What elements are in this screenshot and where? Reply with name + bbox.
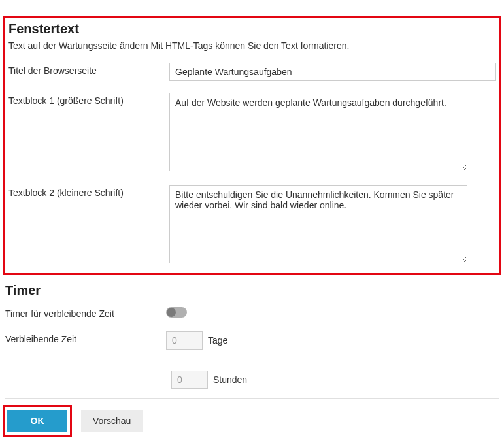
textblock2-textarea[interactable] [169,185,467,263]
timer-toggle-row: Timer für verbleibende Zeit [5,306,499,320]
textblock1-textarea[interactable] [169,93,467,171]
textblock1-row: Textblock 1 (größere Schrift) [8,93,496,173]
textblock2-label: Textblock 2 (kleinere Schrift) [8,185,169,198]
hours-row: Stunden [171,371,499,389]
days-unit: Tage [208,335,227,346]
hours-unit: Stunden [213,374,247,385]
fenstertext-heading: Fenstertext [8,22,496,37]
browser-title-label: Titel der Browserseite [8,63,169,76]
textblock2-row: Textblock 2 (kleinere Schrift) [8,185,496,265]
preview-button[interactable]: Vorschau [81,410,143,432]
fenstertext-description: Text auf der Wartungsseite ändern Mit HT… [8,41,496,51]
textblock1-label: Textblock 1 (größere Schrift) [8,93,169,106]
timer-section: Timer Timer für verbleibende Zeit Verble… [0,279,504,389]
browser-title-input[interactable] [169,63,496,81]
timer-toggle-label: Timer für verbleibende Zeit [5,306,166,319]
remaining-time-label: Verbleibende Zeit [5,331,166,344]
timer-toggle[interactable] [166,307,187,318]
timer-heading: Timer [5,283,499,298]
ok-button[interactable]: OK [7,410,67,432]
fenstertext-section-highlight: Fenstertext Text auf der Wartungsseite ä… [3,16,501,275]
divider [5,398,499,399]
ok-button-highlight: OK [3,405,72,437]
button-row: OK Vorschau [0,405,504,443]
browser-title-row: Titel der Browserseite [8,63,496,81]
hours-input[interactable] [171,371,208,389]
days-input[interactable] [166,331,203,350]
timer-toggle-knob [167,308,176,317]
remaining-time-row: Verbleibende Zeit Tage [5,331,499,359]
